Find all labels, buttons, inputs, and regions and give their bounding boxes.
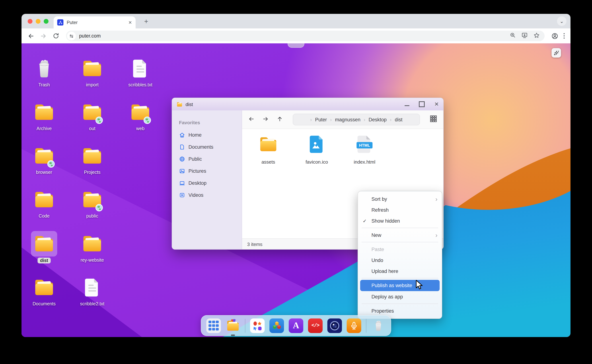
fm-minimize-button[interactable] bbox=[405, 105, 409, 106]
fm-title-folder-icon bbox=[177, 101, 183, 107]
mouse-cursor bbox=[415, 280, 423, 290]
breadcrumb-segment[interactable]: dist bbox=[395, 117, 402, 122]
active-tab[interactable]: Puter ✕ bbox=[53, 16, 136, 28]
breadcrumb-segment[interactable]: magnussen bbox=[335, 117, 361, 122]
dock-voice-recorder-button[interactable] bbox=[347, 318, 361, 333]
fm-view-grid-button[interactable] bbox=[429, 115, 437, 124]
desktop-icon bbox=[179, 180, 185, 186]
desktop-icon-projects[interactable]: Projects bbox=[73, 143, 111, 175]
sidebar-item-public[interactable]: Public bbox=[172, 153, 242, 165]
desktop-icon-label: Documents bbox=[33, 301, 56, 306]
menu-item-deploy-as-app[interactable]: Deploy as app bbox=[358, 291, 442, 302]
dock-divider bbox=[366, 319, 366, 332]
breadcrumb[interactable]: › Puter › magnussen › Desktop › dist bbox=[293, 114, 420, 125]
fm-titlebar[interactable]: dist ✕ bbox=[172, 98, 443, 110]
desktop-icon-label: web bbox=[136, 126, 145, 131]
dock-active-indicator bbox=[231, 334, 235, 336]
menu-item-refresh[interactable]: Refresh bbox=[358, 204, 442, 215]
check-icon: ✓ bbox=[363, 218, 367, 224]
tab-search-chevron-icon[interactable]: ⌄ bbox=[557, 16, 566, 26]
desktop-icon-dist-selected[interactable]: dist bbox=[25, 231, 63, 263]
file-item-favicon-ico[interactable]: favicon.ico bbox=[297, 134, 337, 165]
desktop-icon-trash[interactable]: Trash bbox=[25, 56, 63, 87]
sidebar-item-documents[interactable]: Documents bbox=[172, 141, 242, 153]
browser-menu-icon[interactable] bbox=[562, 33, 566, 39]
dock-app-center-button[interactable] bbox=[250, 318, 265, 333]
fm-back-button[interactable] bbox=[248, 115, 255, 124]
fm-toolbar: › Puter › magnussen › Desktop › dist bbox=[242, 110, 443, 129]
desktop-icon-scribble2-txt[interactable]: scribble2.txt bbox=[73, 275, 111, 306]
app-center-icon bbox=[252, 320, 263, 331]
browser-toolbar: puter.com bbox=[21, 28, 571, 43]
published-globe-badge-icon bbox=[143, 116, 151, 124]
reload-button[interactable] bbox=[51, 31, 61, 41]
dock-code-editor-button[interactable]: </> bbox=[308, 318, 322, 333]
puter-desktop[interactable]: Trash import scribbles.txt Archive out w… bbox=[21, 43, 571, 337]
puter-favicon bbox=[57, 19, 63, 26]
new-tab-button[interactable]: + bbox=[142, 17, 151, 26]
desktop-icon-out[interactable]: out bbox=[73, 99, 111, 131]
menu-item-new[interactable]: New › bbox=[358, 230, 442, 240]
sidebar-item-pictures[interactable]: Pictures bbox=[172, 165, 242, 177]
zoom-window-button[interactable] bbox=[44, 19, 48, 24]
fm-window-title: dist bbox=[185, 102, 193, 107]
menu-item-undo[interactable]: Undo bbox=[358, 255, 442, 266]
install-icon[interactable] bbox=[521, 32, 528, 40]
menu-item-show-hidden[interactable]: ✓ Show hidden bbox=[358, 215, 442, 226]
desktop-icon-rey-website[interactable]: rey-website bbox=[73, 231, 111, 263]
desktop-icon-label: Code bbox=[39, 214, 50, 219]
ai-assistant-button[interactable] bbox=[552, 48, 561, 58]
context-menu: Sort by › Refresh ✓ Show hidden New › Pa bbox=[358, 191, 442, 319]
sidebar-item-desktop[interactable]: Desktop bbox=[172, 177, 242, 189]
desktop-icon-label: Archive bbox=[36, 126, 52, 131]
fm-maximize-button[interactable] bbox=[419, 101, 425, 107]
dock-file-manager-button[interactable] bbox=[226, 318, 240, 333]
menu-item-publish-as-website[interactable]: Publish as website bbox=[360, 280, 440, 291]
breadcrumb-segment[interactable]: Puter bbox=[315, 117, 327, 122]
breadcrumb-segment[interactable]: Desktop bbox=[368, 117, 387, 122]
tab-close-icon[interactable]: ✕ bbox=[128, 20, 132, 25]
menu-item-properties[interactable]: Properties bbox=[358, 305, 442, 316]
tab-title: Puter bbox=[67, 20, 128, 25]
desktop-icon-public[interactable]: public bbox=[73, 187, 111, 219]
menu-item-upload-here[interactable]: Upload here bbox=[358, 266, 442, 277]
desktop-icon-label: browser bbox=[36, 170, 52, 175]
minimize-window-button[interactable] bbox=[36, 19, 40, 24]
desktop-icon-documents[interactable]: Documents bbox=[25, 275, 63, 306]
desktop-toolbar-handle[interactable] bbox=[288, 43, 304, 48]
profile-icon[interactable] bbox=[550, 31, 560, 41]
file-item-index-html[interactable]: index.html bbox=[344, 134, 385, 165]
dock-dev-center-button[interactable] bbox=[270, 318, 284, 333]
desktop-icon-label: Projects bbox=[84, 170, 100, 175]
zoom-icon[interactable] bbox=[510, 32, 516, 40]
dock-app-launcher-button[interactable] bbox=[206, 318, 221, 333]
file-name: index.html bbox=[354, 159, 375, 165]
address-bar[interactable]: puter.com bbox=[66, 31, 545, 41]
forward-button[interactable] bbox=[38, 31, 48, 41]
bookmark-star-icon[interactable] bbox=[533, 32, 540, 40]
file-item-assets[interactable]: assets bbox=[248, 134, 288, 165]
desktop-icon-scribbles-txt[interactable]: scribbles.txt bbox=[121, 56, 159, 87]
screen: Puter ✕ + ⌄ puter.com bbox=[0, 0, 592, 364]
desktop-icon-code[interactable]: Code bbox=[25, 187, 63, 219]
dock-text-editor-button[interactable]: A bbox=[289, 318, 303, 333]
desktop-icon-archive[interactable]: Archive bbox=[25, 99, 63, 131]
menu-item-sort-by[interactable]: Sort by › bbox=[358, 194, 442, 204]
back-button[interactable] bbox=[26, 31, 36, 41]
site-settings-icon[interactable] bbox=[67, 32, 76, 40]
blocks-icon bbox=[272, 321, 282, 331]
code-tags-glyph: </> bbox=[311, 323, 319, 328]
dock-camera-button[interactable] bbox=[327, 318, 342, 333]
fm-forward-button[interactable] bbox=[262, 115, 269, 124]
desktop-icon-import[interactable]: import bbox=[73, 56, 111, 87]
sidebar-item-videos[interactable]: Videos bbox=[172, 189, 242, 201]
sidebar-item-home[interactable]: Home bbox=[172, 129, 242, 141]
sidebar-item-label: Home bbox=[189, 132, 202, 138]
fm-close-button[interactable]: ✕ bbox=[434, 101, 439, 107]
desktop-icon-browser[interactable]: browser bbox=[25, 143, 63, 175]
desktop-icon-web[interactable]: web bbox=[121, 99, 159, 131]
menu-divider bbox=[362, 304, 438, 304]
dock-trash-button[interactable] bbox=[371, 318, 386, 333]
fm-up-button[interactable] bbox=[276, 115, 283, 124]
close-window-button[interactable] bbox=[28, 19, 32, 24]
